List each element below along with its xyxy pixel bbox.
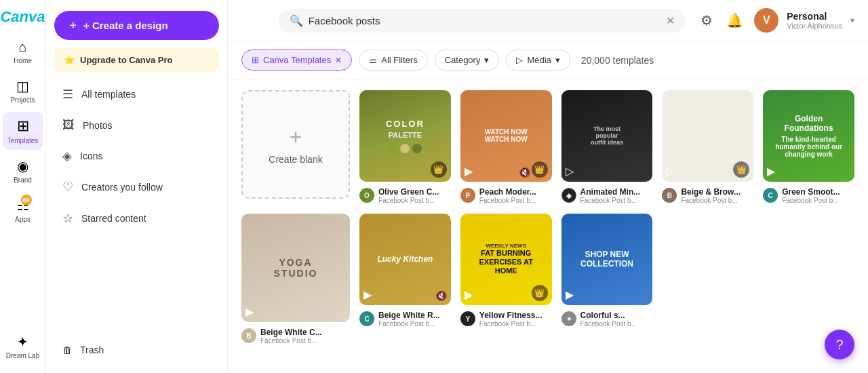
clear-search-icon[interactable]: ✕: [666, 14, 675, 27]
card-avatar-beige: B: [662, 188, 677, 203]
sidebar-item-icons[interactable]: ◈ Icons: [54, 142, 219, 170]
apps-icon-wrap: ⚏ 89: [17, 197, 29, 214]
sidebar-item-starred[interactable]: ☆ Starred content: [54, 204, 219, 233]
templates-grid: + Create blank COLOR PALETTE: [241, 90, 854, 345]
sidebar-item-home[interactable]: ⌂ Home: [3, 34, 43, 70]
card-title-olive: Olive Green C...: [378, 187, 439, 197]
nav-dreamlab-label: Dream Lab: [6, 352, 39, 359]
card-avatar-green: C: [763, 188, 778, 203]
crown-icon-fitness: 👑: [532, 285, 548, 301]
card-avatar-olive: O: [359, 188, 374, 203]
template-card-animated[interactable]: The mostpopularoutfit ideas ▷ ◈ Animated…: [561, 90, 653, 204]
starred-label: Starred content: [81, 213, 146, 224]
main-content: 🔍 ✕ ⚙ 🔔 V Personal Victor Alphonsus ▾ ⊞ …: [228, 0, 868, 373]
sidebar-item-trash[interactable]: 🗑 Trash: [54, 338, 219, 362]
home-icon: ⌂: [18, 39, 26, 55]
sidebar-item-dreamlab[interactable]: ✦ Dream Lab: [3, 328, 43, 365]
search-input[interactable]: [309, 15, 660, 26]
crown-icon-olive: 👑: [431, 161, 447, 178]
trash-icon: 🗑: [62, 345, 72, 355]
template-card-fitness[interactable]: WEEKLY NEWS FAT BURNINGEXERCISES AT HOME…: [460, 214, 552, 345]
canva-templates-filter[interactable]: ⊞ Canva Templates ✕: [241, 50, 352, 71]
media-label: Media: [527, 55, 551, 65]
template-card-shop[interactable]: SHOP NEWCOLLECTION ▶ ✦ Colorful s... Fac…: [561, 214, 653, 345]
sidebar-item-templates[interactable]: ⊞ Templates: [3, 112, 43, 150]
card-sub-fitness: Facebook Post b...: [479, 320, 542, 328]
thumbnail-green-smooth: Golden Foundations The kind-heartedhuman…: [763, 90, 854, 182]
card-meta-fitness: Y Yellow Fitness... Facebook Post b...: [460, 311, 552, 328]
icons-label: Icons: [80, 151, 102, 161]
create-blank-label: Create blank: [269, 154, 322, 165]
sidebar-item-brand[interactable]: ◉ Brand: [3, 153, 43, 189]
remove-filter-icon[interactable]: ✕: [335, 56, 342, 65]
chevron-down-icon[interactable]: ▾: [850, 16, 854, 25]
all-filters-button[interactable]: ⚌ All Filters: [359, 50, 427, 71]
settings-button[interactable]: ⚙: [698, 9, 715, 31]
card-sub-shop: Facebook Post b...: [580, 320, 637, 328]
help-fab-button[interactable]: ?: [825, 330, 854, 359]
creators-icon: ♡: [62, 180, 73, 195]
card-avatar-fitness: Y: [460, 311, 475, 326]
card-meta-peach: P Peach Moder... Facebook Post b...: [460, 187, 552, 204]
thumb-scene-green: Golden Foundations The kind-heartedhuman…: [763, 90, 854, 182]
card-avatar-yoga: B: [241, 328, 256, 343]
crown-icon-peach: 👑: [532, 161, 548, 178]
template-card-green-smooth[interactable]: Golden Foundations The kind-heartedhuman…: [763, 90, 854, 204]
template-card-peach[interactable]: WATCH NOWWATCH NOW ▶ 🔇 👑 P Peach Moder..…: [460, 90, 552, 204]
template-card-beige[interactable]: ▷ 👑 B Beige & Brow... Facebook Post b...: [662, 90, 753, 204]
card-meta-kitchen: C Beige White R... Facebook Post b...: [359, 311, 451, 328]
card-info-kitchen: Beige White R... Facebook Post b...: [378, 311, 440, 328]
notifications-button[interactable]: 🔔: [724, 9, 746, 31]
header-right: ⚙ 🔔 V Personal Victor Alphonsus ▾: [698, 8, 854, 33]
card-title-shop: Colorful s...: [580, 311, 637, 320]
thumbnail-olive-green: COLOR PALETTE 👑: [359, 90, 451, 182]
canva-logo[interactable]: Canva: [0, 8, 45, 26]
media-chevron-icon: ▾: [555, 55, 560, 65]
user-plan: Victor Alphonsus: [787, 22, 842, 30]
play-icon-beige: ▷: [666, 165, 674, 178]
play-icon-yoga: ▶: [245, 305, 254, 318]
create-design-plus-icon: ＋: [68, 19, 78, 32]
create-design-button[interactable]: ＋ + Create a design: [54, 11, 219, 40]
thumbnail-animated: The mostpopularoutfit ideas ▷: [561, 90, 653, 182]
card-title-green: Green Smoot...: [782, 187, 840, 197]
sidebar-item-photos[interactable]: 🖼 Photos: [54, 111, 219, 139]
template-card-olive-green[interactable]: COLOR PALETTE 👑 O Olive Green C...: [359, 90, 451, 204]
card-sub-peach: Facebook Post b...: [479, 197, 536, 204]
card-info-beige: Beige & Brow... Facebook Post b...: [681, 187, 741, 204]
media-filter-button[interactable]: ▷ Media ▾: [506, 50, 570, 71]
avatar[interactable]: V: [754, 8, 778, 33]
canva-templates-filter-label: Canva Templates: [263, 55, 331, 65]
category-label: Category: [445, 55, 481, 65]
sidebar-item-creators[interactable]: ♡ Creators you follow: [54, 173, 219, 201]
card-meta-yoga: B Beige White C... Facebook Post b...: [241, 328, 350, 345]
create-blank-card[interactable]: + Create blank: [241, 90, 350, 204]
canva-templates-filter-icon: ⊞: [252, 55, 259, 65]
mute-icon-peach: 🔇: [519, 167, 530, 178]
card-meta-beige: B Beige & Brow... Facebook Post b...: [662, 187, 753, 204]
template-card-lucky-kitchen[interactable]: Lucky Kitchen ▶ 🔇 C Beige White R... Fac…: [359, 214, 451, 345]
thumbnail-fitness: WEEKLY NEWS FAT BURNINGEXERCISES AT HOME…: [460, 214, 552, 305]
sidebar: ＋ + Create a design ⭐ Upgrade to Canva P…: [46, 0, 228, 373]
template-card-yoga[interactable]: YOGASTUDIO ▶ B Beige White C... Facebook…: [241, 214, 350, 345]
card-title-fitness: Yellow Fitness...: [479, 311, 542, 320]
thumbnail-yoga: YOGASTUDIO ▶: [241, 214, 350, 322]
sidebar-item-all-templates[interactable]: ☰ All templates: [54, 80, 219, 109]
nav-templates-label: Templates: [7, 137, 39, 144]
sidebar-item-projects[interactable]: ◫ Projects: [3, 73, 43, 109]
thumb-scene-yoga: YOGASTUDIO: [241, 214, 350, 322]
crown-icon-beige: 👑: [733, 161, 749, 178]
thumbnail-beige: ▷ 👑: [662, 90, 753, 182]
projects-icon: ◫: [16, 78, 29, 94]
thumbnail-peach: WATCH NOWWATCH NOW ▶ 🔇 👑: [460, 90, 552, 182]
search-icon: 🔍: [290, 14, 303, 27]
card-title-beige: Beige & Brow...: [681, 187, 741, 197]
search-bar[interactable]: 🔍 ✕: [279, 9, 686, 33]
templates-grid-area: + Create blank COLOR PALETTE: [228, 79, 868, 373]
sidebar-item-apps[interactable]: ⚏ 89 Apps: [3, 192, 43, 229]
category-filter-button[interactable]: Category ▾: [435, 50, 500, 71]
brand-icon-wrap: ◉: [17, 158, 28, 174]
create-design-label: + Create a design: [83, 20, 168, 31]
trash-label: Trash: [80, 345, 104, 355]
upgrade-button[interactable]: ⭐ Upgrade to Canva Pro: [54, 48, 219, 72]
